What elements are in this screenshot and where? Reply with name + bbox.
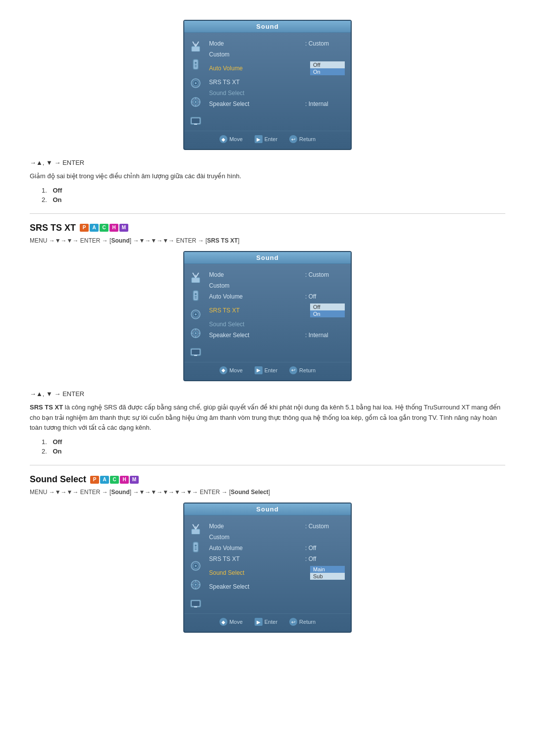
svg-point-13 xyxy=(195,101,197,103)
svg-rect-4 xyxy=(193,59,198,69)
section-srs-ts-xt: SRS TS XT P A C H M MENU →▼→▼→ ENTER → [… xyxy=(30,223,505,455)
footer-return-3: ↩ Return xyxy=(289,618,316,626)
svg-rect-38 xyxy=(199,333,200,334)
antenna-icon xyxy=(188,39,204,52)
footer-move-label-3: Move xyxy=(229,619,243,625)
menu-row-srs-3: SRS TS XT : Off xyxy=(207,554,347,564)
svg-rect-58 xyxy=(191,584,193,585)
antenna-icon-3 xyxy=(188,521,204,535)
dropdown-main-3: Main xyxy=(310,566,345,573)
list-item-1-2: 2. On xyxy=(42,196,505,203)
gear-icon xyxy=(188,95,204,109)
return-icon-2: ↩ xyxy=(289,366,297,374)
footer-return-label-2: Return xyxy=(299,367,316,373)
footer-return-1: ↩ Return xyxy=(289,135,316,143)
svg-rect-6 xyxy=(195,65,197,66)
svg-point-26 xyxy=(195,293,197,295)
screen-icon-2 xyxy=(188,345,204,359)
footer-return-label-3: Return xyxy=(299,619,316,625)
menu-rows-2: Mode : Custom Custom Auto Volume : Off S… xyxy=(207,268,351,359)
svg-rect-25 xyxy=(193,291,198,301)
panel-footer-2: ◆ Move ▶ Enter ↩ Return xyxy=(184,362,351,375)
move-icon-3: ◆ xyxy=(219,618,227,626)
move-icon-1: ◆ xyxy=(219,135,227,143)
return-icon-3: ↩ xyxy=(289,618,297,626)
antenna-icon-2 xyxy=(188,270,204,284)
dropdown-on-1: On xyxy=(310,68,345,75)
badge-c-srs: C xyxy=(100,224,108,232)
footer-enter-label-1: Enter xyxy=(265,136,277,142)
footer-enter-3: ▶ Enter xyxy=(255,618,277,626)
svg-rect-0 xyxy=(192,47,200,51)
screen-icon-3 xyxy=(188,597,204,610)
speaker-icon xyxy=(188,76,204,90)
svg-point-10 xyxy=(195,82,197,84)
menu-row-speaker-select-2: Speaker Select : Internal xyxy=(207,330,347,340)
remote-icon-2 xyxy=(188,289,204,302)
list-2: 1. Off 2. On xyxy=(42,438,505,455)
menu-row-srs-1: SRS TS XT xyxy=(207,77,347,87)
badge-h-ss: H xyxy=(120,476,129,484)
panel-body-1: Mode : Custom Custom Auto Volume Off On xyxy=(184,33,351,128)
heading-srs-text: SRS TS XT xyxy=(30,223,76,233)
menu-row-mode: Mode : Custom xyxy=(207,39,347,49)
svg-line-23 xyxy=(196,273,199,278)
dropdown-on-2: On xyxy=(310,310,345,317)
menu-row-custom-3: Custom xyxy=(207,532,347,542)
badge-row-srs: P A C H M xyxy=(80,224,128,232)
svg-rect-28 xyxy=(195,298,197,299)
footer-enter-label-3: Enter xyxy=(265,619,277,625)
footer-move-1: ◆ Move xyxy=(219,135,243,143)
heading-sound-select: Sound Select P A C H M xyxy=(30,474,505,485)
return-icon-1: ↩ xyxy=(289,135,297,143)
panel-title-1: Sound xyxy=(184,21,351,33)
footer-enter-2: ▶ Enter xyxy=(255,366,277,374)
tv-panel-wrapper-2: Sound xyxy=(30,251,505,381)
svg-rect-14 xyxy=(195,98,196,99)
panel-footer-3: ◆ Move ▶ Enter ↩ Return xyxy=(184,613,351,627)
svg-rect-40 xyxy=(192,350,200,354)
menu-nav-srs: MENU →▼→▼→ ENTER → [Sound] →▼→▼→▼→ ENTER… xyxy=(30,237,505,244)
svg-rect-16 xyxy=(191,101,193,102)
footer-return-label-1: Return xyxy=(299,136,316,142)
svg-rect-56 xyxy=(195,580,196,582)
menu-row-mode-2: Mode : Custom xyxy=(207,270,347,280)
menu-row-speaker-select-3: Speaker Select xyxy=(207,582,347,592)
panel-footer-1: ◆ Move ▶ Enter ↩ Return xyxy=(184,131,351,144)
svg-rect-57 xyxy=(195,588,196,589)
list-item-2-2: 2. On xyxy=(42,448,505,455)
speaker-icon-2 xyxy=(188,307,204,321)
description-1: Giảm độ sai biệt trong việc điều chỉnh â… xyxy=(30,171,505,182)
badge-a-srs: A xyxy=(90,224,99,232)
svg-rect-49 xyxy=(195,549,197,550)
menu-row-auto-volume-2: Auto Volume : Off xyxy=(207,292,347,302)
badge-h-srs: H xyxy=(109,224,118,232)
menu-nav-ss: MENU →▼→▼→ ENTER → [Sound] →▼→▼→▼→▼→▼→ E… xyxy=(30,489,505,496)
divider-1 xyxy=(30,213,505,214)
footer-move-label-1: Move xyxy=(229,136,243,142)
badge-m-srs: M xyxy=(119,224,128,232)
tv-panel-2: Sound xyxy=(183,251,352,381)
svg-line-22 xyxy=(193,273,196,278)
gear-icon-3 xyxy=(188,578,204,592)
dropdown-sub-3: Sub xyxy=(310,573,345,580)
description-bold-2: SRS TS XT xyxy=(30,403,63,411)
gear-icon-2 xyxy=(188,326,204,340)
svg-line-1 xyxy=(193,42,196,47)
svg-line-44 xyxy=(196,524,199,529)
menu-row-sound-select-3: Sound Select Main Sub xyxy=(207,565,347,581)
menu-rows-3: Mode : Custom Custom Auto Volume : Off S… xyxy=(207,519,351,610)
menu-rows-1: Mode : Custom Custom Auto Volume Off On xyxy=(207,37,351,128)
badge-p-srs: P xyxy=(80,224,89,232)
footer-enter-label-2: Enter xyxy=(265,367,277,373)
svg-rect-48 xyxy=(195,548,197,549)
enter-icon-3: ▶ xyxy=(255,618,263,626)
menu-row-speaker-select-1: Speaker Select : Internal xyxy=(207,99,347,109)
tv-panel-1: Sound xyxy=(183,20,352,150)
svg-point-47 xyxy=(195,545,197,547)
footer-enter-1: ▶ Enter xyxy=(255,135,277,143)
svg-rect-15 xyxy=(195,105,196,106)
divider-2 xyxy=(30,465,505,465)
icons-col-2 xyxy=(184,268,207,359)
svg-point-31 xyxy=(195,313,197,315)
